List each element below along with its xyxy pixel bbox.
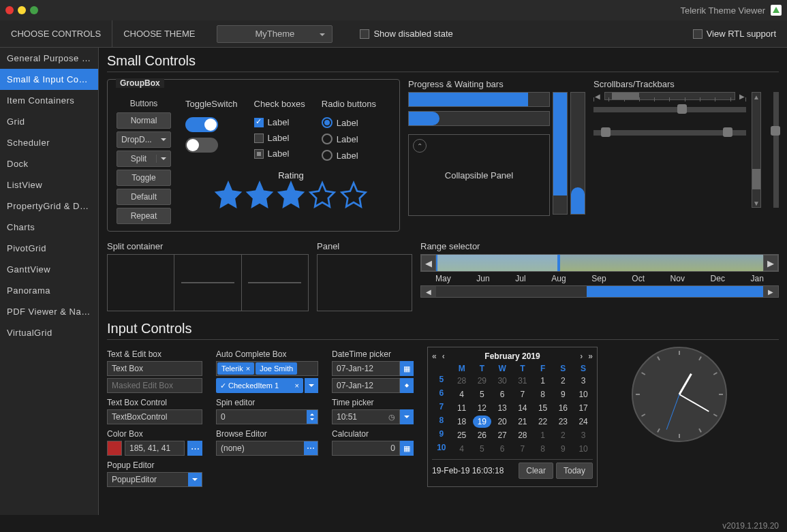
tag-remove-icon[interactable]: × <box>246 364 250 373</box>
calendar-prev-button[interactable]: ‹ <box>442 351 445 361</box>
close-window-button[interactable] <box>5 6 14 14</box>
textbox-control-input[interactable]: TextBoxControl <box>107 409 202 424</box>
calendar-day[interactable]: 7 <box>513 443 532 455</box>
color-picker-button[interactable]: ⋯ <box>187 441 202 456</box>
datetime-input[interactable]: 07-Jan-12 <box>332 361 400 376</box>
scroll-down-icon[interactable]: ▼ <box>752 199 760 207</box>
calendar-fast-next-button[interactable]: » <box>588 351 593 361</box>
range-scroll-thumb[interactable] <box>587 286 763 297</box>
calendar-day[interactable]: 29 <box>473 375 492 387</box>
rating-star[interactable] <box>308 181 337 209</box>
calendar-day[interactable]: 13 <box>493 402 512 414</box>
checked-dropdown-item[interactable]: ✓ CheckedItem 1× <box>216 378 303 393</box>
split-button[interactable]: Split <box>117 151 171 167</box>
maximize-window-button[interactable] <box>30 6 38 14</box>
calendar-month-label[interactable]: February 2019 <box>484 351 540 361</box>
dropdown-button[interactable]: DropD... <box>117 131 171 148</box>
color-value-input[interactable]: 185, 41, 41 <box>125 441 185 456</box>
calendar-day[interactable]: 12 <box>473 402 492 414</box>
calendar-day[interactable]: 24 <box>574 416 593 428</box>
rating-star[interactable] <box>339 181 368 209</box>
calendar-day[interactable]: 2 <box>554 429 573 441</box>
range-selection[interactable] <box>435 255 560 271</box>
rating-star[interactable] <box>245 181 274 209</box>
collapse-toggle-icon[interactable]: ⌃ <box>413 139 427 153</box>
checkbox-indeterminate[interactable]: Label <box>254 148 305 159</box>
toggle-switch-on[interactable] <box>185 117 218 132</box>
calendar-day[interactable]: 26 <box>473 429 492 441</box>
calendar-day[interactable]: 27 <box>493 429 512 441</box>
calendar-day[interactable]: 21 <box>513 416 532 428</box>
range-scroll-right-icon[interactable]: ▶ <box>763 286 778 297</box>
calendar-day[interactable]: 3 <box>574 375 593 387</box>
spin-down-icon[interactable] <box>405 386 409 390</box>
tag-remove-icon[interactable]: × <box>295 381 299 390</box>
toggle-switch-off[interactable] <box>185 138 218 153</box>
calendar-day[interactable]: 16 <box>554 402 573 414</box>
sidebar-item[interactable]: General Purpose C... <box>0 48 98 69</box>
calendar-day[interactable]: 11 <box>452 402 472 414</box>
view-rtl-checkbox[interactable]: View RTL support <box>693 29 776 39</box>
calendar-day[interactable]: 6 <box>493 443 512 455</box>
slider-horizontal[interactable] <box>593 107 746 112</box>
calendar-day[interactable]: 5 <box>473 388 492 401</box>
radio-selected[interactable]: Label <box>322 117 376 128</box>
sidebar-item[interactable]: Scheduler <box>0 132 98 153</box>
browse-button-icon[interactable] <box>304 441 318 455</box>
spin-editor-input[interactable]: 0 <box>216 409 318 424</box>
range-slider-horizontal[interactable] <box>593 130 746 136</box>
toggle-button[interactable]: Toggle <box>117 170 171 186</box>
text-box-input[interactable]: Text Box <box>107 361 202 376</box>
slider-handle-start[interactable] <box>601 127 611 137</box>
sidebar-item[interactable]: Item Containers <box>0 90 98 111</box>
spin-up-icon[interactable] <box>307 410 318 417</box>
tag-item[interactable]: Joe Smith <box>256 362 297 375</box>
slider-handle[interactable] <box>771 126 780 136</box>
masked-edit-input[interactable]: Masked Edit Box <box>107 378 202 393</box>
calendar-day[interactable]: 7 <box>513 388 532 401</box>
sidebar-item[interactable]: PropertyGrid & Dat... <box>0 195 98 217</box>
popup-editor-input[interactable]: PopupEditor <box>107 472 202 487</box>
calendar-day[interactable]: 17 <box>574 402 593 414</box>
normal-button[interactable]: Normal <box>117 112 171 129</box>
calendar-day[interactable]: 18 <box>452 416 472 428</box>
split-pane[interactable] <box>108 255 174 311</box>
calendar-day[interactable]: 14 <box>513 402 532 414</box>
calendar-clear-button[interactable]: Clear <box>519 463 553 479</box>
calendar-day[interactable]: 28 <box>513 429 532 441</box>
dropdown-icon[interactable] <box>188 473 202 486</box>
minimize-window-button[interactable] <box>18 6 26 14</box>
calendar-day[interactable]: 31 <box>513 375 532 387</box>
slider-handle[interactable] <box>677 104 687 114</box>
range-scroll-left-icon[interactable]: ◀ <box>421 286 436 297</box>
theme-dropdown[interactable]: MyTheme <box>217 25 333 43</box>
repeat-button[interactable]: Repeat <box>117 208 171 224</box>
calendar-day[interactable]: 9 <box>554 388 573 401</box>
autocomplete-input[interactable]: Telerik× Joe Smith <box>216 361 318 376</box>
rating-star[interactable] <box>214 181 243 209</box>
calendar-day[interactable]: 8 <box>534 388 553 401</box>
scroll-up-icon[interactable]: ▲ <box>752 93 760 101</box>
sidebar-item[interactable]: GanttView <box>0 259 98 280</box>
sidebar-item[interactable]: PivotGrid <box>0 238 98 259</box>
calendar-day[interactable]: 4 <box>452 388 472 401</box>
scrollbar-thumb[interactable] <box>752 169 760 189</box>
split-pane[interactable] <box>174 255 241 311</box>
default-button[interactable]: Default <box>117 189 171 205</box>
tag-item[interactable]: Telerik× <box>217 362 254 375</box>
slider-vertical[interactable] <box>773 92 779 208</box>
checkbox-checked[interactable]: Label <box>254 117 305 127</box>
sidebar-item[interactable]: Panorama <box>0 280 98 301</box>
calendar-day[interactable]: 5 <box>473 443 492 455</box>
calculator-input[interactable]: 0 <box>332 441 400 456</box>
browse-editor-input[interactable]: (none) <box>216 441 318 456</box>
scrollbar-vertical[interactable]: ▲ ▼ <box>752 92 761 208</box>
range-prev-button[interactable]: ◀ <box>421 255 436 271</box>
split-pane[interactable] <box>242 255 308 311</box>
calendar-day[interactable]: 23 <box>554 416 573 428</box>
calendar-fast-prev-button[interactable]: « <box>432 351 437 361</box>
calendar-day[interactable]: 10 <box>574 388 593 401</box>
calculator-icon[interactable]: ▦ <box>400 441 414 456</box>
time-dropdown-button[interactable] <box>400 409 414 424</box>
calendar-day[interactable]: 6 <box>493 388 512 401</box>
